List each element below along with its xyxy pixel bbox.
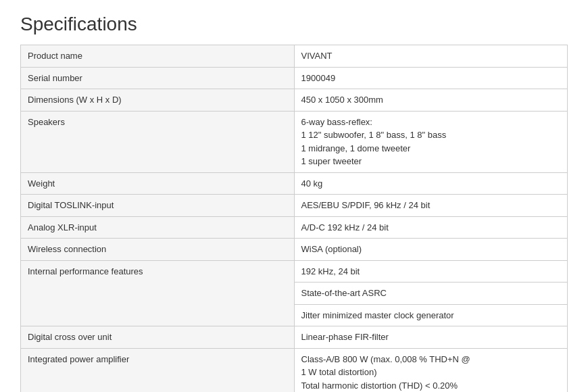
spec-label: Integrated power amplifier [21,348,295,392]
spec-label: Product name [21,45,295,68]
table-row: Analog XLR-inputA/D-C 192 kHz / 24 bit [21,216,568,239]
spec-value: A/D-C 192 kHz / 24 bit [294,216,568,239]
table-row: Digital TOSLINK-inputAES/EBU S/PDIF, 96 … [21,195,568,217]
spec-value: State-of-the-art ASRC [294,283,568,305]
spec-label: Speakers [21,111,295,172]
spec-label: Weight [21,172,295,195]
table-row: Speakers6-way bass-reflex: 1 12" subwoof… [21,111,568,172]
table-row: Product nameVIVANT [21,45,568,68]
spec-label: Analog XLR-input [21,216,295,239]
spec-label: Dimensions (W x H x D) [21,89,295,112]
spec-value: AES/EBU S/PDIF, 96 kHz / 24 bit [294,195,568,217]
spec-label: Digital TOSLINK-input [21,195,295,217]
spec-value: Jitter minimized master clock generator [294,304,568,326]
spec-label: Serial number [21,67,295,89]
specifications-table: Product nameVIVANTSerial number1900049Di… [20,45,568,392]
spec-value: 6-way bass-reflex: 1 12" subwoofer, 1 8"… [294,111,568,172]
spec-label: Wireless connection [21,239,295,261]
spec-label: Internal performance features [21,260,295,326]
table-row: Dimensions (W x H x D)450 x 1050 x 300mm [21,89,568,112]
page-title: Specifications [20,14,568,35]
spec-label: Digital cross over unit [21,326,295,349]
table-row: Internal performance features192 kHz, 24… [21,260,568,283]
spec-value: VIVANT [294,45,568,68]
spec-value: 40 kg [294,172,568,195]
spec-value: 1900049 [294,67,568,89]
table-row: Digital cross over unitLinear-phase FIR-… [21,326,568,349]
table-row: Integrated power amplifierClass-A/B 800 … [21,348,568,392]
table-row: Weight40 kg [21,172,568,195]
spec-value: Linear-phase FIR-filter [294,326,568,349]
spec-value: Class-A/B 800 W (max. 0,008 % THD+N @ 1 … [294,348,568,392]
spec-value: WiSA (optional) [294,239,568,261]
spec-value: 450 x 1050 x 300mm [294,89,568,112]
table-row: Wireless connectionWiSA (optional) [21,239,568,261]
spec-value: 192 kHz, 24 bit [294,260,568,283]
table-row: Serial number1900049 [21,67,568,89]
